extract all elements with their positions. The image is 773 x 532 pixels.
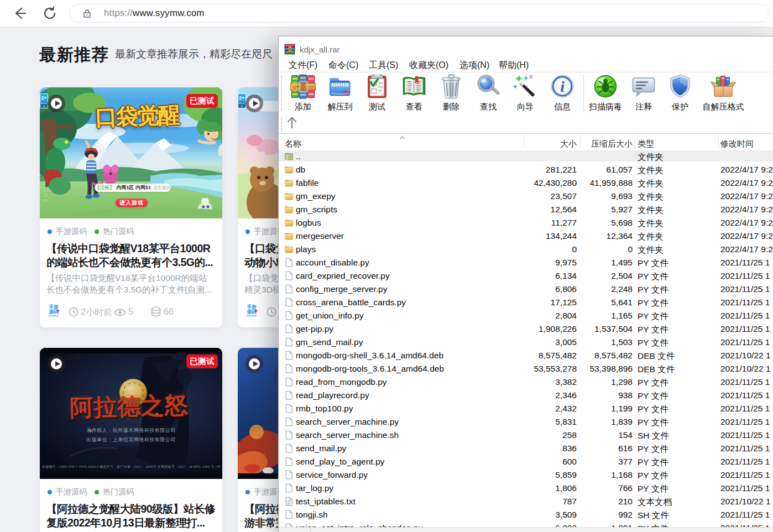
- protect-icon: [667, 74, 693, 99]
- reload-button[interactable]: [43, 6, 57, 20]
- file-icon: [284, 258, 294, 267]
- toolbar-button-extract[interactable]: 解压到: [322, 74, 358, 112]
- file-row-account_disable.py[interactable]: account_disable.py9,9751,495PY 文件2021/11…: [279, 256, 773, 269]
- article-card-1[interactable]: 口袋觉醒 47643160 【流畅】内网1区 内网$1点击换区 进入游戏 2+适…: [40, 87, 222, 327]
- file-row-gm_send_mail.py[interactable]: gm_send_mail.py3,0051,503PY 文件2021/11/25…: [279, 336, 773, 349]
- file-row-logbus[interactable]: logbus11,2775,698文件夹2022/4/17 9:2: [279, 216, 773, 230]
- toolbar-button-view[interactable]: 查看: [396, 74, 432, 112]
- file-icon: [284, 483, 294, 493]
- toolbar-button-delete[interactable]: 删除: [433, 74, 469, 112]
- toolbar-button-info[interactable]: 信息: [544, 74, 581, 112]
- card-thumbnail[interactable]: 阿拉德之怒 著作权人：杭州藤木网络科技有限公司 出版单位：上海恺英网络科技有限公…: [40, 348, 222, 479]
- file-row-read_from_mongodb.py[interactable]: read_from_mongodb.py3,3821,298PY 文件2021/…: [279, 375, 773, 389]
- column-divider[interactable]: [524, 135, 524, 148]
- file-row-config_merge_server.py[interactable]: config_merge_server.py6,8062,248PY 文件202…: [279, 283, 773, 296]
- toolbar-button-wizard[interactable]: 向导: [507, 74, 544, 112]
- column-divider[interactable]: [634, 135, 635, 148]
- card-title[interactable]: 【传说中口袋觉醒V18某平台1000R的端站长也不会做热更有个3.5G的...: [46, 242, 216, 269]
- play-icon[interactable]: [48, 95, 65, 112]
- up-one-level-icon[interactable]: [286, 116, 297, 129]
- file-row-db[interactable]: db281,22161,057文件夹2022/4/17 9:2: [279, 163, 773, 176]
- file-row-fabfile[interactable]: fabfile42,430,28041,959,888文件夹2022/4/17 …: [279, 176, 773, 190]
- file-icon: [284, 284, 294, 294]
- file-icon: [284, 510, 294, 519]
- file-row-mergeserver[interactable]: mergeserver134,24412,364文件夹2022/4/17 9:2: [279, 230, 773, 243]
- file-row-tar_log.py[interactable]: tar_log.py1,806766PY 文件2021/11/25 1: [279, 482, 773, 495]
- file-row-card_expried_recover.py[interactable]: card_expried_recover.py6,1342,504PY 文件20…: [279, 269, 773, 283]
- winrar-window: kdjx_all.rar 文件(F)命令(C)工具(S)收藏夹(O)选项(N)帮…: [278, 36, 773, 532]
- file-row-cross_arena_battle_cards.py[interactable]: cross_arena_battle_cards.py17,1255,641PY…: [279, 296, 773, 309]
- file-row-..[interactable]: ..文件夹: [279, 150, 773, 163]
- file-row-search_server_machine.py[interactable]: search_server_machine.py5,8311,839PY 文件2…: [279, 415, 773, 429]
- file-icon: [284, 324, 294, 333]
- game-logo-text: 口袋觉醒: [95, 99, 195, 133]
- copyright-line-2: 出版单位：上海恺英网络科技有限公司: [40, 436, 222, 444]
- menu-item-5[interactable]: 帮助(H): [499, 60, 529, 71]
- file-icon: [284, 311, 294, 320]
- card-thumbnail[interactable]: 口袋觉醒 47643160 【流畅】内网1区 内网$1点击换区 进入游戏 2+适…: [40, 87, 222, 218]
- file-row-rmb_top100.py[interactable]: rmb_top100.py2,4321,199PY 文件2021/11/25 1: [279, 402, 773, 415]
- file-row-tongji.sh[interactable]: tongji.sh3,509992SH 文件2021/11/25 1: [279, 508, 773, 521]
- coins-icon: [150, 306, 161, 317]
- file-icon: [284, 351, 294, 360]
- column-header-name[interactable]: 名称: [285, 139, 301, 149]
- menu-item-4[interactable]: 选项(N): [459, 60, 489, 71]
- card-title[interactable]: 【阿拉德之觉醒大陆90级版】站长修复版2022年10月13日最新整理打...: [46, 502, 216, 529]
- toolbar-button-add[interactable]: 添加: [285, 74, 321, 112]
- file-row-get_union_info.py[interactable]: get_union_info.py2,8041,165PY 文件2021/11/…: [279, 309, 773, 322]
- winrar-file-list: 名称 大小 压缩后大小 类型 修改时间 ..文件夹db281,22161,057…: [279, 133, 773, 527]
- back-button[interactable]: [12, 6, 27, 20]
- menu-item-1[interactable]: 命令(C): [328, 60, 358, 71]
- toolbar-button-find[interactable]: 查找: [470, 74, 506, 112]
- menu-item-2[interactable]: 工具(S): [369, 60, 398, 71]
- file-list-header[interactable]: 名称 大小 压缩后大小 类型 修改时间: [279, 134, 773, 150]
- file-icon: [284, 470, 294, 479]
- tested-badge: 已测试: [186, 354, 218, 368]
- toolbar-button-comment[interactable]: 注释: [625, 74, 662, 112]
- column-header-date[interactable]: 修改时间: [720, 139, 754, 149]
- column-header-type[interactable]: 类型: [638, 139, 654, 149]
- toolbar-button-sfx[interactable]: 自解压格式: [700, 74, 746, 112]
- card-tags[interactable]: 手游源码热门源码: [48, 487, 134, 497]
- file-icon: [284, 298, 294, 307]
- file-row-plays[interactable]: plays00文件夹2022/4/17 9:2: [279, 243, 773, 256]
- file-row-gm_exepy[interactable]: gm_exepy23,5079,693文件夹2022/4/17 9:2: [279, 190, 773, 203]
- file-row-search_server_machine.sh[interactable]: search_server_machine.sh258154SH 文件2021/…: [279, 429, 773, 442]
- file-row-send_mail.py[interactable]: send_mail.py836616PY 文件2021/11/25 1: [279, 442, 773, 455]
- view-icon: [401, 74, 427, 99]
- file-row-test_iptables.txt[interactable]: test_iptables.txt787210文本文档2021/10/22 1: [279, 495, 773, 508]
- test-icon: [364, 74, 390, 99]
- file-row-union_set_intro_role_shandon.py[interactable]: union_set_intro_role_shandon.py6,8821,00…: [279, 521, 773, 527]
- file-icon: [284, 271, 294, 280]
- play-icon[interactable]: [246, 355, 263, 373]
- winrar-titlebar[interactable]: kdjx_all.rar: [279, 36, 773, 58]
- column-divider[interactable]: [580, 135, 581, 148]
- file-icon: [284, 390, 294, 400]
- tag-dot-blue: [246, 490, 250, 494]
- toolbar-button-protect[interactable]: 保护: [662, 74, 698, 112]
- menu-item-0[interactable]: 文件(F): [289, 60, 317, 71]
- toolbar-button-test[interactable]: 测试: [359, 74, 395, 112]
- address-bar[interactable]: https://www.syymw.com: [69, 4, 769, 23]
- file-row-gm_scripts[interactable]: gm_scripts12,5645,927文件夹2022/4/17 9:2: [279, 203, 773, 216]
- file-row-mongodb-org-tools_3.6.14_amd64.deb[interactable]: mongodb-org-tools_3.6.14_amd64.deb53,553…: [279, 362, 773, 375]
- file-row-mongodb-org-shell_3.6.14_amd64.deb[interactable]: mongodb-org-shell_3.6.14_amd64.deb8,575,…: [279, 349, 773, 362]
- menu-item-3[interactable]: 收藏夹(O): [409, 60, 448, 71]
- play-icon[interactable]: [48, 355, 65, 373]
- file-row-get-pip.py[interactable]: get-pip.py1,908,2261,537,504PY 文件2021/11…: [279, 322, 773, 336]
- file-row-service_forward.py[interactable]: service_forward.py5,8591,168PY 文件2021/11…: [279, 468, 773, 482]
- column-divider[interactable]: [718, 135, 719, 148]
- tested-badge: 已测试: [186, 94, 218, 108]
- column-header-packed[interactable]: 压缩后大小: [567, 139, 633, 149]
- file-icon: [284, 337, 294, 347]
- play-icon[interactable]: [246, 95, 263, 112]
- card-tags[interactable]: 手游源码热门源码: [48, 227, 134, 237]
- article-card-3[interactable]: 阿拉德之怒 著作权人：杭州藤木网络科技有限公司 出版单位：上海恺英网络科技有限公…: [40, 348, 222, 532]
- file-row-read_playrecord.py[interactable]: read_playrecord.py2,346938PY 文件2021/11/2…: [279, 389, 773, 402]
- tag-dot-blue: [246, 230, 250, 234]
- toolbar-gripper: [281, 76, 282, 111]
- tag-dot-green: [95, 490, 99, 494]
- toolbar-button-scan[interactable]: 扫描病毒: [587, 74, 624, 112]
- file-row-send_play_to_agent.py[interactable]: send_play_to_agent.py600377PY 文件2021/11/…: [279, 455, 773, 468]
- horizontal-scrollbar[interactable]: [279, 527, 773, 532]
